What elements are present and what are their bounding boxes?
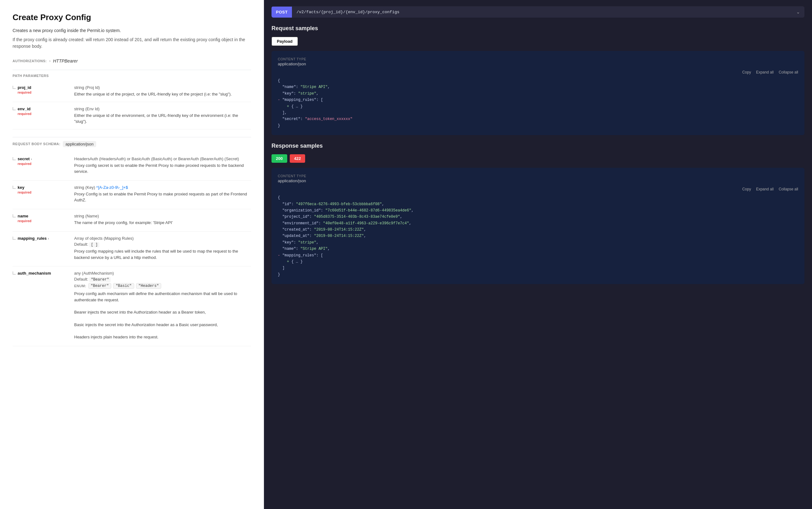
- code-line: "key": "stripe",: [278, 239, 798, 246]
- response-samples-section: Response samples 200 422 Content type ap…: [271, 143, 805, 284]
- authorizations-label: AUTHORIZATIONS:: [12, 59, 47, 63]
- response-code-actions: Copy Expand all Collapse all: [278, 187, 798, 191]
- description-primary: Creates a new proxy config inside the Pe…: [12, 27, 251, 34]
- code-line: "environment_id": "40ef0e48-a11f-4963-a2…: [278, 220, 798, 227]
- left-panel: Create Proxy Config Creates a new proxy …: [0, 0, 264, 509]
- param-type-env-id: string (Env Id): [74, 106, 251, 111]
- content-type-label-resp: Content type: [278, 174, 798, 178]
- code-line: }: [278, 123, 798, 129]
- field-type-key: string (Key) ^[A-Za-z0-9\-_]+$: [74, 185, 251, 190]
- field-type-auth-mechanism: any (AuthMechanism): [74, 271, 251, 276]
- field-desc-auth-mechanism-1: Proxy config auth mechanism will define …: [74, 291, 251, 303]
- field-right-name: string (Name) The name of the proxy conf…: [74, 214, 251, 227]
- field-desc-secret: Proxy config secret is set to enable the…: [74, 163, 251, 175]
- field-desc-name: The name of the proxy config, for exampl…: [74, 219, 251, 226]
- chevron-right-icon[interactable]: ›: [49, 59, 50, 63]
- field-row-mapping-rules: mapping_rules › Array of objects (Mappin…: [12, 232, 251, 266]
- schema-label: REQUEST BODY SCHEMA:: [12, 142, 60, 146]
- path-params-section: PATH PARAMETERS proj_id required string …: [12, 74, 251, 130]
- code-line: "secret": "access_token_xxxxxx": [278, 116, 798, 122]
- param-row-env-id: env_id required string (Env Id) Either t…: [12, 102, 251, 130]
- field-default-mapping-rules: Default: [ ]: [74, 242, 251, 247]
- code-line: - "mapping_rules": [: [278, 97, 798, 103]
- field-required-key: required: [18, 191, 69, 194]
- request-samples-section: Request samples Payload Content type app…: [271, 25, 805, 135]
- field-name-secret[interactable]: secret ›: [18, 157, 69, 161]
- expand-all-btn-req[interactable]: Expand all: [756, 70, 774, 74]
- request-code-header: Content type application/json: [278, 57, 798, 66]
- param-right-proj-id: string (Proj Id) Either the unique id of…: [74, 85, 251, 97]
- schema-row: REQUEST BODY SCHEMA: application/json: [12, 141, 251, 147]
- field-left-secret: secret › required: [12, 157, 69, 166]
- field-left-name: name required: [12, 214, 69, 223]
- code-line: + { … }: [278, 103, 798, 110]
- divider-2: [12, 137, 251, 137]
- field-left-key: key required: [12, 185, 69, 194]
- field-type-regex-key: ^[A-Za-z0-9\-_]+$: [96, 185, 128, 190]
- response-tab-422[interactable]: 422: [290, 154, 305, 163]
- param-desc-env-id: Either the unique id of the environment,…: [74, 112, 251, 125]
- field-enum-auth-mechanism: Enum: "Bearer" "Basic" "Headers": [74, 283, 251, 289]
- field-row-name: name required string (Name) The name of …: [12, 209, 251, 232]
- authorizations-row: AUTHORIZATIONS: › HTTPBearer: [12, 59, 251, 64]
- field-name-mapping-rules[interactable]: mapping_rules ›: [18, 236, 69, 241]
- field-type-name: string (Name): [74, 214, 251, 218]
- collapse-all-btn-resp[interactable]: Collapse all: [779, 187, 798, 191]
- endpoint-path: /v2/facts/{proj_id}/{env_id}/proxy_confi…: [292, 7, 792, 18]
- code-line: "id": "497f6eca-6276-4993-bfeb-53cbbbba6…: [278, 201, 798, 207]
- enum-bearer: "Bearer": [88, 283, 111, 289]
- request-tab-bar: Payload: [271, 37, 805, 46]
- param-name-proj-id: proj_id: [18, 85, 69, 90]
- field-default-auth-mechanism: Default: "Bearer": [74, 277, 251, 282]
- collapse-all-btn-req[interactable]: Collapse all: [779, 70, 798, 74]
- param-type-proj-id: string (Proj Id): [74, 85, 251, 90]
- code-line: "organization_id": "7c60d51f-b44e-4682-8…: [278, 207, 798, 214]
- param-required-proj-id: required: [18, 91, 69, 94]
- field-desc-auth-mechanism-3: Basic injects the secret into the Author…: [74, 322, 251, 328]
- auth-value: HTTPBearer: [53, 59, 78, 64]
- response-code-content: { "id": "497f6eca-6276-4993-bfeb-53cbbbb…: [278, 195, 798, 278]
- path-params-label: PATH PARAMETERS: [12, 74, 251, 78]
- field-desc-auth-mechanism-2: Bearer injects the secret into the Autho…: [74, 309, 251, 315]
- code-line: "key": "stripe",: [278, 91, 798, 97]
- code-line: ]: [278, 265, 798, 271]
- field-name-auth-mechanism: auth_mechanism: [18, 271, 69, 276]
- code-line: {: [278, 78, 798, 84]
- param-name-env-id: env_id: [18, 106, 69, 111]
- content-type-value-req: application/json: [278, 62, 798, 66]
- right-panel: POST /v2/facts/{proj_id}/{env_id}/proxy_…: [264, 0, 812, 509]
- field-desc-mapping-rules: Proxy config mapping rules will include …: [74, 248, 251, 261]
- response-samples-title: Response samples: [271, 143, 805, 149]
- content-type-value-resp: application/json: [278, 178, 798, 183]
- field-required-secret: required: [18, 162, 69, 166]
- field-left-mapping-rules: mapping_rules ›: [12, 236, 69, 241]
- param-required-env-id: required: [18, 112, 69, 115]
- enum-headers: "Headers": [136, 283, 162, 289]
- code-line: "name": "Stripe API",: [278, 246, 798, 252]
- field-required-name: required: [18, 219, 69, 223]
- field-row-secret: secret › required HeadersAuth (HeadersAu…: [12, 152, 251, 181]
- field-row-auth-mechanism: auth_mechanism any (AuthMechanism) Defau…: [12, 266, 251, 346]
- page-title: Create Proxy Config: [12, 12, 251, 22]
- code-line: - "mapping_rules": [: [278, 252, 798, 259]
- code-line: "updated_at": "2019-08-24T14:15:22Z",: [278, 233, 798, 239]
- field-right-mapping-rules: Array of objects (Mapping Rules) Default…: [74, 236, 251, 262]
- enum-label: Enum:: [74, 284, 87, 288]
- request-samples-title: Request samples: [271, 25, 805, 32]
- body-fields: secret › required HeadersAuth (HeadersAu…: [12, 152, 251, 346]
- code-line: "project_id": "405d8375-3514-403b-8c43-8…: [278, 214, 798, 220]
- expand-icon[interactable]: ⌄: [792, 6, 805, 18]
- field-type-secret: HeadersAuth (HeadersAuth) or BasicAuth (…: [74, 157, 251, 161]
- field-desc-key: Proxy Config is set to enable the Permit…: [74, 191, 251, 203]
- schema-value: application/json: [63, 141, 96, 147]
- field-name-name: name: [18, 214, 69, 218]
- copy-btn-resp[interactable]: Copy: [742, 187, 751, 191]
- copy-btn-req[interactable]: Copy: [742, 70, 751, 74]
- request-code-block: Content type application/json Copy Expan…: [271, 51, 805, 135]
- expand-all-btn-resp[interactable]: Expand all: [756, 187, 774, 191]
- payload-tab[interactable]: Payload: [271, 37, 298, 46]
- field-type-mapping-rules: Array of objects (Mapping Rules): [74, 236, 251, 241]
- response-code-header: Content type application/json: [278, 174, 798, 183]
- chevron-mapping-icon: ›: [48, 237, 49, 240]
- response-tab-200[interactable]: 200: [271, 154, 287, 163]
